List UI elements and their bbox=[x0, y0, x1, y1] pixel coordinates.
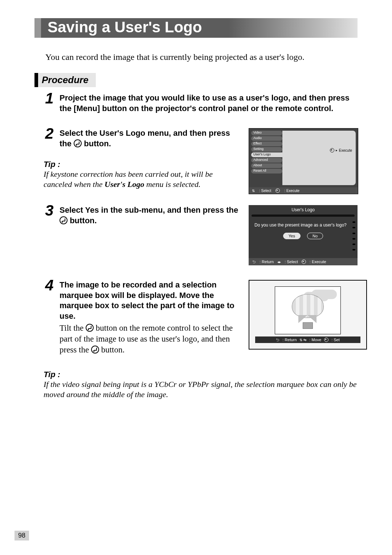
step-3-text: Select Yes in the sub-menu, and then pre… bbox=[60, 205, 241, 226]
updown-icon: ⇅ bbox=[252, 189, 255, 193]
enter-icon bbox=[302, 260, 306, 264]
intro-text: You can record the image that is current… bbox=[45, 52, 358, 62]
tip-2-text: If the video signal being input is a YCb… bbox=[44, 379, 358, 399]
step-number: 4 bbox=[44, 278, 55, 293]
procedure-heading: Procedure bbox=[34, 73, 96, 87]
leftright-icon: ◂▸ bbox=[277, 260, 281, 264]
enter-icon bbox=[60, 216, 68, 224]
menu-item: Effect bbox=[251, 142, 282, 146]
move-icon: ⇅ ⇆ bbox=[299, 338, 306, 342]
screen-footer: ⇅ : Select : Execute bbox=[249, 187, 358, 194]
return-icon: ⮌ bbox=[252, 260, 256, 264]
page-title-bar: Saving a User's Logo bbox=[34, 18, 358, 38]
page-number: 98 bbox=[15, 531, 29, 540]
step-1-text: Project the image that you would like to… bbox=[60, 93, 358, 114]
screen-marquee-mockup: ⮌: Return ⇅ ⇆: Move : Set bbox=[249, 280, 367, 350]
tip-label: Tip : bbox=[44, 160, 241, 169]
step-4-subtext: Tilt the button on the remote control to… bbox=[60, 323, 241, 355]
screen-menu-mockup: Video Audio Effect Setting User's Logo A… bbox=[249, 128, 358, 194]
menu-item: Video bbox=[251, 131, 282, 135]
submenu-title: User's Logo bbox=[249, 205, 358, 214]
page-title: Saving a User's Logo bbox=[41, 18, 202, 38]
step-number: 3 bbox=[44, 203, 55, 218]
screen-footer: ⮌: Return ◂▸: Select : Execute bbox=[249, 258, 358, 265]
submenu-question: Do you use the present image as a user's… bbox=[254, 223, 352, 228]
screen-footer: ⮌: Return ⇅ ⇆: Move : Set bbox=[255, 336, 360, 343]
menu-item: Advanced bbox=[251, 158, 282, 163]
menu-item: Setting bbox=[251, 147, 282, 152]
enter-icon bbox=[330, 148, 334, 152]
step-number: 1 bbox=[44, 91, 55, 106]
screen-submenu-mockup: User's Logo Do you use the present image… bbox=[249, 205, 358, 265]
menu-item: About bbox=[251, 163, 282, 168]
tip-1-text: If keystone correction has been carried … bbox=[44, 169, 241, 189]
step-2-text: Select the User's Logo menu, and then pr… bbox=[60, 128, 241, 149]
enter-icon bbox=[74, 139, 82, 147]
enter-icon bbox=[86, 324, 94, 332]
menu-item: Audio bbox=[251, 136, 282, 141]
yes-button: Yes bbox=[283, 233, 301, 239]
marquee-box bbox=[275, 286, 341, 334]
enter-icon bbox=[275, 188, 280, 193]
step-number: 2 bbox=[44, 126, 55, 141]
menu-execute-label: ▸ Execute bbox=[330, 148, 352, 152]
step-4-text: The image to be recorded and a selection… bbox=[60, 280, 241, 321]
tip-label: Tip : bbox=[44, 370, 358, 379]
enter-icon bbox=[91, 346, 99, 354]
return-icon: ⮌ bbox=[276, 338, 279, 342]
balloon-graphic bbox=[292, 294, 323, 329]
menu-list: Video Audio Effect Setting User's Logo A… bbox=[251, 131, 282, 185]
no-button: No bbox=[307, 233, 323, 239]
menu-item: Reset All bbox=[251, 169, 282, 174]
enter-icon bbox=[324, 338, 328, 342]
